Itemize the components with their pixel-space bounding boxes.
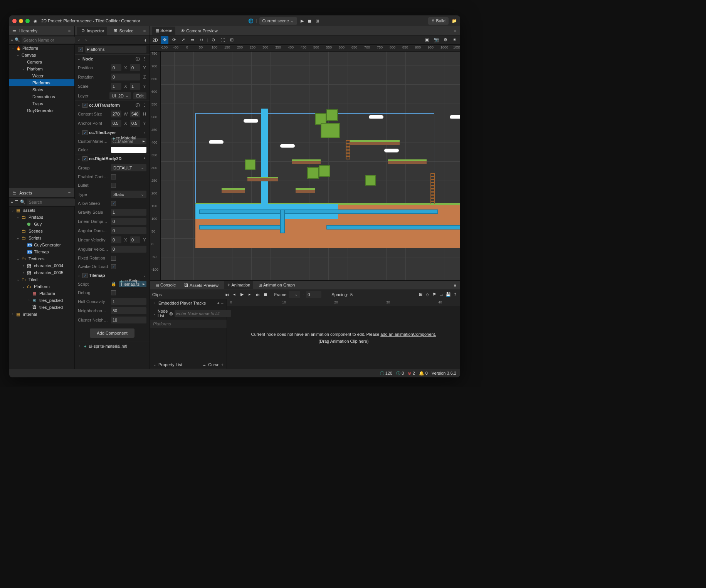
hierarchy-node[interactable]: GuyGenerator	[9, 107, 74, 114]
hull-concavity-input[interactable]	[111, 298, 146, 305]
asset-item[interactable]: ⌄▤assets	[9, 207, 74, 214]
asset-item[interactable]: ▦Platform	[9, 290, 74, 297]
viewport-gear-icon[interactable]: ⚙	[442, 36, 449, 44]
node-list-item[interactable]: Platforms	[150, 320, 227, 328]
tab-scene[interactable]: ▦ Scene	[152, 27, 175, 35]
rigidbody-enabled-checkbox[interactable]	[82, 156, 87, 161]
viewport-camera-icon[interactable]: 📷	[432, 36, 440, 44]
mode-2d-button[interactable]: 2D	[151, 36, 159, 44]
grid-icon[interactable]: ⊞	[418, 292, 423, 297]
tab-camera-preview[interactable]: 👁 Camera Preview	[178, 27, 220, 35]
embedded-tracks-section[interactable]: ›Embedded Player Tracks +−	[150, 299, 227, 307]
linear-velocity-x-input[interactable]	[111, 236, 121, 243]
target-icon[interactable]: ◎	[169, 311, 173, 316]
material-reference-field[interactable]: ◆ cc.Material cc.Material ▸	[111, 138, 146, 144]
bullet-checkbox[interactable]	[111, 183, 116, 188]
content-height-input[interactable]	[130, 111, 140, 117]
gravity-scale-input[interactable]	[111, 209, 146, 216]
add-node-icon[interactable]: +	[11, 37, 13, 43]
help-icon[interactable]: ⓘ	[135, 56, 140, 62]
play-icon[interactable]: ▶	[239, 292, 245, 297]
back-icon[interactable]: ‹	[76, 37, 82, 43]
angular-velocity-input[interactable]	[111, 246, 146, 253]
expand-all-icon[interactable]: ⫞	[143, 37, 148, 43]
tab-animation[interactable]: ✧ Animation	[224, 281, 253, 289]
preview-platform-icon[interactable]: 🌐	[248, 18, 254, 23]
loop-icon[interactable]: ▭	[439, 292, 444, 297]
bottom-menu-icon[interactable]: ≡	[452, 283, 458, 288]
color-picker[interactable]	[111, 147, 146, 153]
hierarchy-node[interactable]: ⌄🔥Platform	[9, 45, 74, 52]
hierarchy-search-input[interactable]	[22, 37, 78, 44]
hierarchy-node[interactable]: ⌄Platform	[9, 65, 74, 72]
tiledlayer-enabled-checkbox[interactable]	[82, 130, 87, 135]
filter-icon[interactable]: ☰	[15, 199, 18, 205]
body-type-dropdown[interactable]: Static	[111, 191, 146, 198]
group-dropdown[interactable]: DEFAULT	[111, 164, 146, 171]
scale-y-input[interactable]	[130, 83, 140, 90]
scale-x-input[interactable]	[111, 83, 121, 90]
hierarchy-node[interactable]: Decorations	[9, 93, 74, 100]
asset-item[interactable]: ⬢Guy	[9, 221, 74, 228]
asset-item[interactable]: ›🖼character_0005	[9, 269, 74, 276]
event-icon[interactable]: ⚑	[432, 292, 437, 297]
allow-sleep-checkbox[interactable]	[111, 201, 116, 206]
hierarchy-node[interactable]: Stairs	[9, 86, 74, 93]
add-asset-icon[interactable]: +	[11, 199, 13, 205]
debug-checkbox[interactable]	[111, 290, 116, 295]
node-filter-input[interactable]	[175, 310, 231, 317]
exit-icon[interactable]: ⤴	[452, 292, 458, 297]
forward-icon[interactable]: ›	[83, 37, 89, 43]
script-reference-field[interactable]: ◆ cc.Script Tilemap.ts ▸	[119, 281, 146, 287]
more-icon[interactable]: ⋮	[142, 102, 147, 108]
local-button[interactable]: ⛶	[219, 36, 227, 44]
asset-item[interactable]: ›⊞tiles_packed	[9, 297, 74, 304]
close-window-button[interactable]	[12, 19, 17, 23]
hierarchy-node[interactable]: Platforms	[9, 79, 74, 86]
snap-button[interactable]: ⊞	[228, 36, 236, 44]
anchor-tool-button[interactable]: ⊍	[198, 36, 205, 44]
step-button[interactable]: ⊞	[315, 18, 320, 23]
asset-item[interactable]: ⌄🗀Tiled	[9, 276, 74, 283]
section-uitransform[interactable]: ⌄cc.UITransform ⓘ⋮	[75, 101, 150, 109]
edit-layer-button[interactable]: Edit	[133, 92, 146, 99]
asset-item[interactable]: ⌄🗀Platform	[9, 283, 74, 290]
hierarchy-menu-icon[interactable]: ≡	[67, 28, 72, 34]
maximize-window-button[interactable]	[25, 19, 30, 23]
tab-inspector[interactable]: ⊙ Inspector	[77, 27, 107, 35]
stop-icon[interactable]: ◼	[262, 292, 268, 297]
timeline-ruler[interactable]: 010203040	[227, 299, 460, 306]
linear-damping-input[interactable]	[111, 218, 146, 225]
linear-velocity-y-input[interactable]	[130, 236, 140, 243]
hierarchy-node[interactable]: ⌄Canvas	[9, 52, 74, 59]
hierarchy-node[interactable]: Water	[9, 72, 74, 79]
enabled-contact-checkbox[interactable]	[111, 174, 116, 179]
asset-item[interactable]: 🗀Scenes	[9, 228, 74, 235]
next-frame-icon[interactable]: ▸	[247, 292, 252, 297]
rotation-z-input[interactable]	[111, 74, 140, 80]
asset-item[interactable]: ›▤internal	[9, 311, 74, 318]
inspector-menu-icon[interactable]: ≡	[142, 28, 147, 34]
fixed-rotation-checkbox[interactable]	[111, 256, 116, 261]
rect-tool-button[interactable]: ▭	[188, 36, 196, 44]
build-button[interactable]: ⇪Build	[428, 17, 449, 25]
angular-damping-input[interactable]	[111, 227, 146, 234]
rotate-tool-button[interactable]: ⟳	[170, 36, 178, 44]
section-rigidbody[interactable]: ⌄cc.RigidBody2D ⋮	[75, 154, 150, 163]
tab-service[interactable]: ⊞ Service	[109, 27, 136, 35]
add-animation-component-link[interactable]: add an animationComponent.	[380, 332, 436, 337]
tilemap-enabled-checkbox[interactable]	[82, 273, 87, 278]
hierarchy-node[interactable]: Camera	[9, 59, 74, 65]
play-button[interactable]: ▶	[299, 18, 305, 23]
asset-item[interactable]: ⌄🗀Textures	[9, 255, 74, 262]
node-active-checkbox[interactable]	[78, 47, 83, 52]
awake-on-load-checkbox[interactable]	[111, 264, 116, 269]
asset-item[interactable]: ⌄🗀Prefabs	[9, 214, 74, 221]
asset-item[interactable]: TSTilemap	[9, 248, 74, 255]
skip-start-icon[interactable]: ⏮	[224, 292, 229, 297]
anchor-x-input[interactable]	[111, 120, 121, 127]
layer-dropdown[interactable]: UI_2D	[109, 92, 131, 99]
asset-item[interactable]: TSGuyGenerator	[9, 241, 74, 248]
asset-item[interactable]: ›🖼character_0004	[9, 262, 74, 269]
save-icon[interactable]: 💾	[445, 292, 451, 297]
